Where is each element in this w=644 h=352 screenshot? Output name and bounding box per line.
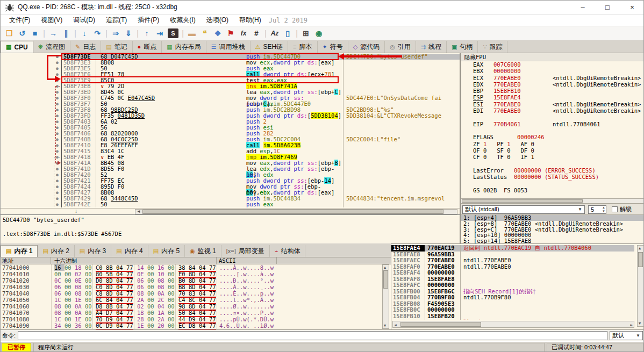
breakpoint-dot[interactable] — [53, 148, 62, 154]
scroll-down-icon[interactable]: ▼ — [639, 321, 641, 326]
view-tab[interactable]: ▦ CPU — [1, 41, 33, 53]
register-line[interactable]: EDX770EABE0<ntdll.DbgUiRemoteBreakin> — [461, 81, 644, 88]
register-line[interactable]: EAX007C6000 — [461, 61, 644, 68]
separator[interactable]: | — [73, 27, 78, 39]
scroll-up-icon[interactable]: ▲ — [639, 246, 641, 250]
register-line[interactable]: ESP15E8FAE4 — [461, 94, 644, 100]
bottom-tab[interactable]: ▤ 内存 4 — [111, 245, 148, 257]
register-line[interactable]: ESI770EABE0<ntdll.DbgUiRemoteBreakin> — [461, 101, 644, 107]
scroll-right-icon[interactable]: ► — [630, 322, 633, 327]
arg-count-spinner[interactable]: 5 ▲▼ — [588, 205, 606, 214]
stack-hscrollbar[interactable]: ◄ ► — [392, 321, 634, 328]
menu-item[interactable]: 文件(F) — [4, 15, 35, 26]
breakpoint-dot[interactable] — [53, 178, 62, 184]
run-to-user-code-icon[interactable]: ⇒ — [109, 27, 122, 39]
register-line[interactable] — [461, 160, 644, 167]
breakpoint-dot[interactable] — [53, 54, 62, 60]
register-line[interactable]: EBP15E8FB10 — [461, 88, 644, 94]
step-into-icon[interactable]: ↓ — [78, 27, 91, 39]
menu-item[interactable]: 视图(V) — [35, 15, 68, 26]
breakpoint-dot[interactable] — [53, 101, 62, 107]
dump-row[interactable]: 77041060 08 00 0A 00 D8 8B 04 77 02 00 0… — [1, 303, 391, 310]
view-tab[interactable]: ◎ 引用 — [385, 41, 416, 53]
functions-icon[interactable]: fx — [237, 27, 250, 39]
scroll-thumb[interactable] — [638, 252, 643, 267]
breakpoint-dot[interactable] — [53, 142, 62, 148]
dump-row[interactable]: 77041090 34 00 36 00 0C D9 04 77 1E 00 2… — [1, 322, 391, 329]
register-line[interactable]: CF 0 TF 0 IF 1 — [461, 154, 644, 160]
separator[interactable]: | — [104, 27, 109, 39]
register-line[interactable]: EBX00000000 — [461, 68, 644, 74]
scroll-left-icon[interactable]: ◄ — [394, 322, 397, 327]
command-profile-select[interactable]: 默认 ▼ — [610, 331, 643, 340]
view-tab[interactable]: ⇉ 线程 — [416, 41, 447, 53]
breakpoint-dot[interactable] — [53, 77, 62, 83]
register-line[interactable] — [461, 114, 644, 120]
disasm-scrollbar[interactable]: ↓ ◄ — [1, 208, 461, 214]
register-line[interactable]: EIP770B4061ntdll.770B4061 — [461, 121, 644, 127]
view-tab[interactable]: ≡ 脚本 — [288, 41, 317, 53]
dump-row[interactable]: 77041010 00 00 02 00 80 5B 04 77 0E 00 1… — [1, 271, 391, 277]
bottom-tab[interactable]: ◉ 监视 1 — [185, 245, 221, 257]
stack-row[interactable]: 15E8FB10 15E8FB20 — [391, 313, 634, 320]
separator[interactable]: | — [180, 27, 185, 39]
register-line[interactable]: LastStatus00000000 (STATUS_SUCCESS) — [461, 174, 644, 180]
view-tab[interactable]: ▦ 内存布局 — [162, 41, 206, 53]
stack-row[interactable]: 15E8FAF4 00000000 — [391, 270, 634, 276]
run-icon[interactable]: → — [47, 27, 60, 39]
stop-icon[interactable]: ■ — [28, 27, 41, 39]
breakpoint-dot[interactable] — [53, 196, 62, 202]
scroll-up-icon[interactable]: ▲ — [384, 265, 386, 270]
menu-item[interactable]: 帮助(H) — [234, 15, 267, 26]
disasm-row[interactable]: 5D8F742E 50 push eax — [1, 202, 460, 207]
separator[interactable]: | — [135, 27, 140, 39]
bottom-tab[interactable]: ▤ 内存 2 — [38, 245, 74, 257]
view-tab[interactable]: ⚠ SEH链 — [251, 41, 289, 53]
stack-row[interactable]: 15E8FB04 770B9F80 ntdll.770B9F80 — [391, 294, 634, 301]
execute-till-return-icon[interactable]: ↑ — [140, 27, 153, 39]
register-line[interactable] — [461, 180, 644, 186]
trace-into-icon[interactable]: ⇓ — [122, 27, 135, 39]
dump-row[interactable]: 77041080 1C 00 1E 00 70 D9 04 77 28 00 2… — [1, 316, 391, 322]
scroll-thumb[interactable] — [462, 199, 583, 203]
stack-row[interactable]: 15E8FB0C 00000000 — [391, 307, 634, 313]
step-over-icon[interactable]: ↷ — [91, 27, 104, 39]
restart-icon[interactable]: ↺ — [16, 27, 28, 39]
breakpoint-dot[interactable] — [53, 154, 62, 160]
command-input[interactable] — [18, 331, 607, 340]
modules-icon[interactable]: ▯ — [281, 27, 294, 39]
breakpoint-dot[interactable] — [53, 95, 62, 101]
breakpoint-dot[interactable] — [53, 89, 62, 95]
stack-arg-row[interactable]: 2: [esp+8] 770EABE0 <ntdll.DbgUiRemoteBr… — [461, 221, 644, 227]
register-line[interactable]: EDI770EABE0<ntdll.DbgUiRemoteBreakin> — [461, 107, 644, 114]
scroll-thumb[interactable] — [400, 322, 481, 327]
menu-item[interactable]: 插件(P) — [132, 15, 164, 26]
view-tab[interactable]: ▤ 笔记 — [101, 41, 132, 53]
register-line[interactable]: ECX770EABE0<ntdll.DbgUiRemoteBreakin> — [461, 75, 644, 81]
view-tab[interactable]: ✎ 日志 — [70, 41, 101, 53]
stack-row[interactable]: 15E8FAE4 770EAC19 返回到 ntdll.770EAC19 自 n… — [391, 245, 634, 252]
register-line[interactable]: OF 0 SF 0 DF 0 — [461, 147, 644, 154]
dump-row[interactable]: 77041040 06 00 08 00 C8 8D 04 77 08 00 0… — [1, 290, 391, 297]
separator[interactable]: | — [294, 27, 299, 39]
view-tab[interactable]: ☰ 调用堆栈 — [206, 41, 251, 53]
breakpoint-dot[interactable] — [53, 160, 62, 166]
breakpoint-dot[interactable] — [53, 66, 62, 71]
register-line[interactable]: GS 002B FS 0053 — [461, 187, 644, 193]
scroll-down-icon[interactable]: ▼ — [384, 324, 386, 328]
breakpoint-dot[interactable] — [53, 107, 62, 113]
bottom-tab[interactable]: ▤ 内存 1 — [1, 245, 38, 257]
view-tab[interactable]: ▣ 句柄 — [447, 41, 478, 53]
scroll-thumb[interactable] — [142, 210, 443, 214]
breakpoint-dot[interactable] — [53, 113, 62, 119]
unlock-checkbox[interactable] — [612, 206, 618, 212]
breakpoint-dot[interactable] — [53, 166, 62, 172]
registers-scrollbar[interactable] — [461, 198, 644, 204]
breakpoint-dot[interactable] — [53, 172, 62, 178]
dump-row[interactable]: 77041000 16 00 18 00 C0 8B 04 77 14 00 1… — [1, 264, 391, 271]
attach-icon[interactable]: ⇥ — [153, 27, 166, 39]
stack-row[interactable]: 15E8FAFC 00000000 — [391, 282, 634, 289]
bottom-tab[interactable]: ⌁ 结构体 — [270, 245, 306, 257]
bottom-tab[interactable]: ▤ 内存 5 — [148, 245, 185, 257]
calling-convention-select[interactable]: 默认 (stdcall) ▼ — [462, 205, 585, 214]
